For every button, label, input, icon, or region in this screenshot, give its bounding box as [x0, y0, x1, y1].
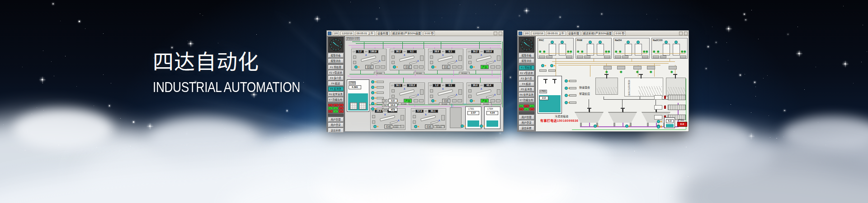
sidebar-f5-button[interactable]: F5 反冲洗: [328, 87, 344, 91]
bus-label: RO401: [390, 125, 401, 128]
pump-icon: [470, 99, 473, 102]
hmi-sidebar: 报警查看报警消音F1 预处理F2 V型滤池F3 多介质F4 超滤F5 反冲洗F6…: [327, 36, 345, 131]
valve-dot-icon: [435, 100, 436, 102]
user-login-button[interactable]: 用户登录: [519, 120, 534, 125]
motor-icon: [665, 41, 668, 44]
user-manage-button[interactable]: 用户管理: [328, 117, 344, 122]
titlebar-field: 09:05:01 上午: [546, 31, 566, 36]
valve-dot-icon: [375, 92, 376, 93]
membrane-module: [438, 89, 453, 96]
titlebar-field: 0:00 秒: [424, 31, 435, 36]
flow-value: 133.2: [407, 84, 417, 87]
valve-dot-icon: [375, 97, 376, 99]
pipe-line: [492, 70, 492, 76]
dosing-panel: NaOH✱✱✱✱: [613, 38, 650, 59]
exit-system-button[interactable]: 退出系统: [328, 128, 344, 133]
sidebar-f3-button[interactable]: F3 多介质: [328, 76, 344, 80]
flow-value: 28.6: [433, 50, 441, 53]
motor-icon: [627, 41, 630, 44]
mixer-icon: [621, 108, 625, 112]
user-manage-button[interactable]: 用户管理: [519, 115, 534, 120]
valve-dot-icon: [375, 103, 376, 104]
tank-label: LT303: [349, 81, 356, 85]
value-prefix: CT: [391, 51, 393, 53]
sidebar-f7-button[interactable]: F7 隐藏左柱: [519, 98, 534, 102]
pipe-line: [453, 70, 454, 76]
status-indicator-cell: [519, 108, 524, 111]
sidebar-f4-button[interactable]: F4 超滤: [328, 81, 344, 86]
titlebar-button[interactable]: [494, 32, 497, 35]
pipe-line: [572, 129, 686, 130]
titlebar-field: 0:00 秒: [614, 31, 626, 36]
pipe-line: [604, 97, 604, 100]
sidebar-f1-button[interactable]: F1 预处理: [519, 65, 534, 70]
flow-value: 30.1: [394, 84, 402, 87]
valve-box: [430, 61, 433, 64]
membrane-unit: CT38.2FT0.1AA停机: [390, 49, 425, 70]
filter-inlet-box: [654, 95, 662, 100]
pump-label: [569, 102, 576, 104]
filter-press-unit: [668, 95, 686, 100]
tank-grid-cell: [359, 102, 366, 110]
valve-fan-icon: ✱: [650, 70, 652, 74]
exit-system-button[interactable]: 退出系统: [519, 126, 534, 130]
aux-box: [419, 99, 424, 102]
aux-label: ORP: [382, 108, 387, 111]
pipe-line: [490, 47, 491, 49]
valve-box: [430, 55, 433, 59]
valve-fan-icon: ✱: [643, 50, 646, 53]
value-prefix: CT: [429, 84, 432, 87]
titlebar-button[interactable]: [679, 32, 683, 35]
sidebar-f6-button[interactable]: F6 化学清洗: [328, 92, 344, 97]
pipe-line: [434, 47, 435, 49]
value-prefix: CT: [353, 51, 355, 53]
alarm-view-button[interactable]: 报警查看: [328, 53, 344, 58]
star: [867, 51, 867, 52]
sensor-mark: A: [404, 88, 405, 90]
pump-icon: [565, 87, 568, 90]
alarm-mute-button[interactable]: 报警消音: [519, 59, 534, 63]
sidebar-f6-button[interactable]: F6 化学清洗: [519, 92, 534, 97]
valve-fan-icon: ✱: [615, 50, 618, 53]
sidebar-f2-button[interactable]: F2 V型滤池: [328, 70, 344, 75]
alarm-mute-button[interactable]: 报警消音: [328, 59, 344, 63]
titlebar-button[interactable]: [499, 32, 502, 35]
pipe-line: [579, 53, 609, 54]
valve-dot-icon: [473, 66, 475, 68]
sidebar-f4-button[interactable]: F4 超滤: [519, 82, 534, 86]
sidebar-f7-button[interactable]: F7 隐藏左柱: [328, 97, 344, 102]
sidebar-f1-button[interactable]: F1 预处理: [328, 65, 344, 69]
titlebar-field: 12/02/16: [531, 31, 544, 36]
pump-icon: [414, 125, 417, 128]
valve-box: [468, 89, 472, 92]
dosing-panel-label: PAM: [577, 39, 582, 42]
bus-label: RO401: [434, 125, 444, 128]
pump-icon: [371, 97, 374, 100]
titlebar-button[interactable]: [684, 32, 688, 35]
status-indicator-cell: [333, 107, 338, 110]
alarm-view-button[interactable]: 报警查看: [519, 53, 534, 58]
sensor-mark: A: [417, 60, 419, 62]
flow-value: 1.2: [433, 84, 441, 87]
sensor-mark: A: [442, 88, 443, 90]
user-login-button[interactable]: 用户登录: [328, 123, 344, 127]
membrane-unit: CT29.2FT105.6AA产水: [467, 49, 502, 70]
pump-label: [377, 81, 384, 83]
flow-value: 180.9: [368, 50, 378, 53]
chemical-tank: [587, 44, 594, 55]
valve-box: [468, 61, 472, 64]
sidebar-f2-button[interactable]: F2 V型滤池: [519, 71, 534, 75]
status-indicator-cell: [333, 104, 338, 106]
pipe-line: [399, 70, 399, 74]
sidebar-f3-button[interactable]: F3 多介质: [519, 76, 534, 81]
level-tank: L73012.57: [465, 106, 481, 129]
mixer-icon: [543, 79, 547, 83]
aux-box: [414, 65, 418, 69]
rapid-mix-basin: [595, 78, 618, 95]
chemical-tank: [635, 44, 642, 55]
pump-icon: [431, 65, 434, 69]
sidebar-f5-button[interactable]: F5 反冲洗: [519, 87, 534, 92]
inline-box: [647, 66, 655, 69]
membrane-module: [371, 61, 379, 65]
motor-icon: [599, 41, 602, 44]
